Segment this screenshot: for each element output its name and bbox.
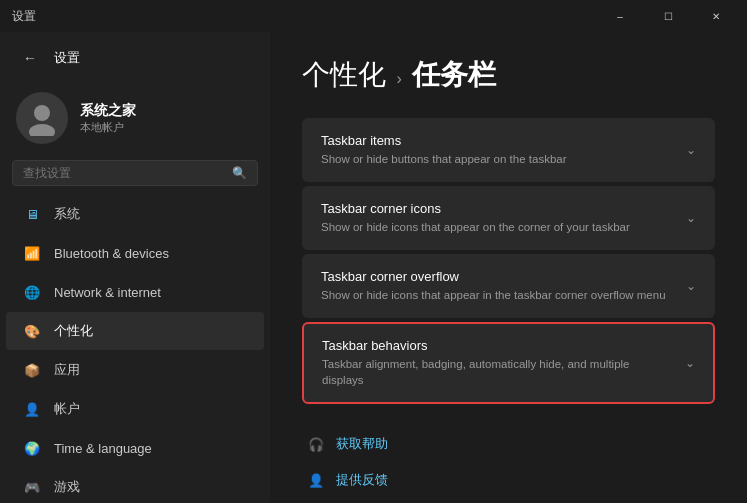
avatar: [16, 92, 68, 144]
avatar-icon: [24, 100, 60, 136]
title-bar: 设置 – ☐ ✕: [0, 0, 747, 32]
sidebar-item-apps[interactable]: 📦应用: [6, 351, 264, 389]
title-bar-left: 设置: [12, 8, 36, 25]
settings-desc-taskbar-behaviors: Taskbar alignment, badging, automaticall…: [322, 356, 669, 388]
back-button[interactable]: ←: [16, 44, 44, 72]
bottom-links: 🎧获取帮助👤提供反馈: [302, 428, 715, 496]
settings-text-taskbar-items: Taskbar itemsShow or hide buttons that a…: [321, 133, 567, 167]
sidebar-label-time: Time & language: [54, 441, 152, 456]
settings-item-taskbar-corner-overflow[interactable]: Taskbar corner overflowShow or hide icon…: [302, 254, 715, 318]
sidebar-title: 设置: [54, 49, 80, 67]
sidebar-item-gaming[interactable]: 🎮游戏: [6, 468, 264, 503]
page-header: 个性化 › 任务栏: [302, 56, 715, 94]
user-name: 系统之家: [80, 102, 136, 120]
sidebar-item-bluetooth[interactable]: 📶Bluetooth & devices: [6, 234, 264, 272]
search-input[interactable]: [23, 166, 224, 180]
settings-item-taskbar-corner-icons[interactable]: Taskbar corner iconsShow or hide icons t…: [302, 186, 715, 250]
page-title: 任务栏: [412, 59, 496, 90]
user-subtitle: 本地帐户: [80, 120, 136, 135]
title-bar-controls: – ☐ ✕: [597, 0, 739, 32]
user-profile[interactable]: 系统之家 本地帐户: [0, 80, 270, 160]
settings-item-taskbar-items[interactable]: Taskbar itemsShow or hide buttons that a…: [302, 118, 715, 182]
settings-title-taskbar-corner-icons: Taskbar corner icons: [321, 201, 630, 216]
sidebar-item-network[interactable]: 🌐Network & internet: [6, 273, 264, 311]
settings-title-taskbar-corner-overflow: Taskbar corner overflow: [321, 269, 666, 284]
svg-point-0: [34, 105, 50, 121]
sidebar-header: ← 设置: [0, 32, 270, 80]
breadcrumb: 个性化: [302, 59, 386, 90]
apps-icon: 📦: [22, 360, 42, 380]
sidebar: ← 设置 系统之家 本地帐户 🔍 🖥系统📶Bluetooth & devices…: [0, 32, 270, 503]
chevron-down-icon: ⌄: [685, 356, 695, 370]
personalization-icon: 🎨: [22, 321, 42, 341]
breadcrumb-separator: ›: [396, 70, 401, 87]
search-box[interactable]: 🔍: [12, 160, 258, 186]
sidebar-label-bluetooth: Bluetooth & devices: [54, 246, 169, 261]
sidebar-label-apps: 应用: [54, 361, 80, 379]
bottom-link-help[interactable]: 🎧获取帮助: [302, 428, 715, 460]
chevron-down-icon: ⌄: [686, 279, 696, 293]
nav-list: 🖥系统📶Bluetooth & devices🌐Network & intern…: [0, 194, 270, 503]
sidebar-item-personalization[interactable]: 🎨个性化: [6, 312, 264, 350]
settings-text-taskbar-corner-icons: Taskbar corner iconsShow or hide icons t…: [321, 201, 630, 235]
sidebar-item-time[interactable]: 🌍Time & language: [6, 429, 264, 467]
bottom-link-feedback[interactable]: 👤提供反馈: [302, 464, 715, 496]
sidebar-label-gaming: 游戏: [54, 478, 80, 496]
minimize-button[interactable]: –: [597, 0, 643, 32]
settings-desc-taskbar-corner-overflow: Show or hide icons that appear in the ta…: [321, 287, 666, 303]
sidebar-label-network: Network & internet: [54, 285, 161, 300]
close-button[interactable]: ✕: [693, 0, 739, 32]
network-icon: 🌐: [22, 282, 42, 302]
settings-list: Taskbar itemsShow or hide buttons that a…: [302, 118, 715, 404]
bottom-link-label-feedback: 提供反馈: [336, 471, 388, 489]
sidebar-label-accounts: 帐户: [54, 400, 80, 418]
chevron-down-icon: ⌄: [686, 143, 696, 157]
main-content: 个性化 › 任务栏 Taskbar itemsShow or hide butt…: [270, 32, 747, 503]
sidebar-label-system: 系统: [54, 205, 80, 223]
app-body: ← 设置 系统之家 本地帐户 🔍 🖥系统📶Bluetooth & devices…: [0, 32, 747, 503]
help-icon: 🎧: [306, 434, 326, 454]
feedback-icon: 👤: [306, 470, 326, 490]
settings-desc-taskbar-corner-icons: Show or hide icons that appear on the co…: [321, 219, 630, 235]
time-icon: 🌍: [22, 438, 42, 458]
sidebar-item-system[interactable]: 🖥系统: [6, 195, 264, 233]
settings-text-taskbar-corner-overflow: Taskbar corner overflowShow or hide icon…: [321, 269, 666, 303]
svg-point-1: [29, 124, 55, 136]
bottom-link-label-help: 获取帮助: [336, 435, 388, 453]
settings-title-taskbar-behaviors: Taskbar behaviors: [322, 338, 669, 353]
settings-item-taskbar-behaviors[interactable]: Taskbar behaviorsTaskbar alignment, badg…: [302, 322, 715, 404]
app-title: 设置: [12, 8, 36, 25]
accounts-icon: 👤: [22, 399, 42, 419]
maximize-button[interactable]: ☐: [645, 0, 691, 32]
chevron-down-icon: ⌄: [686, 211, 696, 225]
settings-title-taskbar-items: Taskbar items: [321, 133, 567, 148]
sidebar-label-personalization: 个性化: [54, 322, 93, 340]
gaming-icon: 🎮: [22, 477, 42, 497]
search-icon: 🔍: [232, 166, 247, 180]
system-icon: 🖥: [22, 204, 42, 224]
user-info: 系统之家 本地帐户: [80, 102, 136, 135]
bluetooth-icon: 📶: [22, 243, 42, 263]
settings-desc-taskbar-items: Show or hide buttons that appear on the …: [321, 151, 567, 167]
settings-text-taskbar-behaviors: Taskbar behaviorsTaskbar alignment, badg…: [322, 338, 669, 388]
sidebar-item-accounts[interactable]: 👤帐户: [6, 390, 264, 428]
